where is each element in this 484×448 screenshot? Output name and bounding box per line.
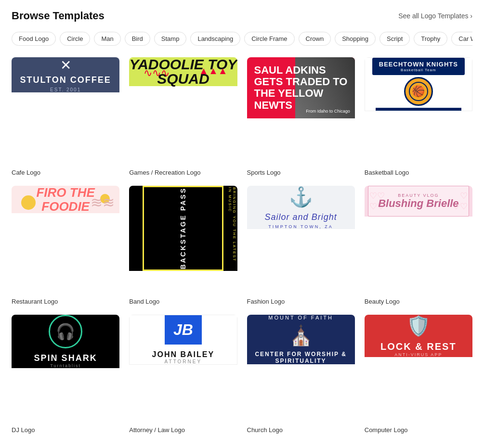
restaurant-name: FIRO THE FOODIE: [12, 186, 119, 213]
bball-bar: [376, 108, 461, 111]
template-item-beauty[interactable]: ♡♡ ♡ ♡♡ ♡♡ BEAUTY VLOG Blushing Brielle …: [365, 186, 472, 305]
filter-tag-car-wash[interactable]: Car Wash: [451, 32, 472, 46]
wavy-decoration: ∿∿∿: [144, 67, 170, 79]
ball-lines: 🏀: [412, 85, 425, 98]
template-item-band[interactable]: BACKSTAGE PASS BRINGING YOU THE LATEST I…: [129, 186, 237, 305]
shield-check-icon: 🛡️: [406, 315, 431, 337]
filter-bar: Food LogoCircleManBirdStampLandscapingCi…: [12, 32, 472, 46]
see-all-link[interactable]: See all Logo Templates ›: [398, 12, 472, 20]
template-label-beauty: Beauty Logo: [365, 298, 472, 305]
template-thumbnail-bball: BEECHTOWN KNIGHTS Basketball Team 🏀: [365, 57, 472, 165]
sports-caption: From Idaho to Chicago: [306, 109, 350, 114]
template-label-band: Band Logo: [129, 298, 237, 305]
anchor-icon: ⚓: [289, 186, 313, 208]
template-item-atty[interactable]: JB JOHN BAILEY ATTORNEY Attorney / Law L…: [129, 315, 237, 434]
cafe-name: STULTON COFFEE: [20, 75, 111, 85]
template-grid: ✕ STULTON COFFEE EST. 2001 Cafe Logo ∿∿∿…: [12, 57, 472, 434]
filter-tag-stamp[interactable]: Stamp: [154, 32, 187, 46]
template-label-atty: Attorney / Law Logo: [129, 426, 237, 434]
computer-logo-sub: ANTI-VIRUS APP: [394, 352, 442, 357]
filter-tag-food-logo[interactable]: Food Logo: [12, 32, 56, 46]
template-thumbnail-atty: JB JOHN BAILEY ATTORNEY: [129, 315, 237, 422]
heart-decoration-bl: ♡♡: [369, 201, 385, 212]
heart-decoration-tl: ♡♡: [369, 191, 385, 201]
attorney-initials-box: JB: [165, 315, 202, 345]
template-label-comp: Computer Logo: [365, 426, 472, 434]
template-thumbnail-fashion: ⚓ Sailor and Bright TIMPTON TOWN, ZA: [247, 186, 355, 294]
bball-team-name: BEECHTOWN KNIGHTS: [379, 61, 458, 68]
filter-tag-circle-frame[interactable]: Circle Frame: [244, 32, 294, 46]
computer-logo-name: LOCK & REST: [380, 341, 457, 352]
template-thumbnail-church: MOUNT OF FAITH ⛪ CENTER FOR WORSHIP & SP…: [247, 315, 355, 422]
beauty-name: Blushing Brielle: [378, 198, 458, 209]
template-thumbnail-beauty: ♡♡ ♡ ♡♡ ♡♡ BEAUTY VLOG Blushing Brielle: [365, 186, 472, 294]
template-thumbnail-rest: ≋≋ FIRO THE FOODIE: [12, 186, 119, 294]
filter-tag-man[interactable]: Man: [94, 32, 120, 46]
dj-name: SPIN SHARK: [34, 353, 97, 363]
band-name: BACKSTAGE PASS: [179, 187, 187, 269]
template-item-sports[interactable]: SAUL ADKINS GETS TRADED TO THE YELLOW NE…: [247, 57, 355, 176]
template-item-rest[interactable]: ≋≋ FIRO THE FOODIE Restaurant Logo: [12, 186, 119, 305]
template-thumbnail-sports: SAUL ADKINS GETS TRADED TO THE YELLOW NE…: [247, 57, 355, 165]
church-center-name: CENTER FOR WORSHIP & SPIRITUALITY: [247, 351, 355, 364]
template-label-dj: DJ Logo: [12, 426, 119, 434]
attorney-title: ATTORNEY: [165, 359, 202, 364]
template-thumbnail-cafe: ✕ STULTON COFFEE EST. 2001: [12, 57, 119, 165]
bball-subtitle: Basketball Team: [379, 68, 458, 72]
filter-tag-script[interactable]: Script: [379, 32, 410, 46]
filter-tag-circle[interactable]: Circle: [60, 32, 90, 46]
bball-team-header: BEECHTOWN KNIGHTS Basketball Team: [372, 58, 465, 75]
template-item-games[interactable]: ∿∿∿ YADOOLIE TOY SQUAD ▲▲▲ Games / Recre…: [129, 57, 237, 176]
dj-circle: 🎧: [49, 315, 82, 348]
fashion-name: Sailor and Bright: [265, 212, 337, 222]
band-frame: BACKSTAGE PASS BRINGING YOU THE LATEST I…: [143, 186, 223, 271]
template-thumbnail-dj: 🎧 SPIN SHARK Turntablist: [12, 315, 119, 422]
template-label-fashion: Fashion Logo: [247, 298, 355, 305]
basketball-inner: 🏀: [409, 82, 428, 101]
filter-tag-crown[interactable]: Crown: [299, 32, 331, 46]
attorney-name: JOHN BAILEY: [152, 350, 215, 359]
template-item-bball[interactable]: BEECHTOWN KNIGHTS Basketball Team 🏀 Bask…: [365, 57, 472, 176]
headphone-icon: 🎧: [56, 322, 75, 341]
band-side-text: BRINGING YOU THE LATEST IN MUSIC: [228, 187, 236, 269]
template-label-church: Church Logo: [247, 426, 355, 434]
heart-decoration-tr: ♡: [460, 191, 468, 201]
filter-tag-landscaping[interactable]: Landscaping: [190, 32, 240, 46]
template-item-cafe[interactable]: ✕ STULTON COFFEE EST. 2001 Cafe Logo: [12, 57, 119, 176]
template-item-church[interactable]: MOUNT OF FAITH ⛪ CENTER FOR WORSHIP & SP…: [247, 315, 355, 434]
cross-icon: ✕: [60, 57, 71, 73]
template-thumbnail-comp: 🛡️ LOCK & REST ANTI-VIRUS APP: [365, 315, 472, 422]
basketball-icon: 🏀: [404, 77, 433, 106]
church-name-top: MOUNT OF FAITH: [268, 315, 333, 320]
template-item-dj[interactable]: 🎧 SPIN SHARK Turntablist DJ Logo: [12, 315, 119, 434]
fashion-location: TIMPTON TOWN, ZA: [268, 224, 333, 229]
cafe-est: EST. 2001: [50, 87, 81, 92]
template-label-cafe: Cafe Logo: [12, 169, 119, 176]
template-label-sports: Sports Logo: [247, 169, 355, 176]
heart-decoration-br: ♡♡: [452, 201, 468, 212]
filter-tag-bird[interactable]: Bird: [125, 32, 150, 46]
template-label-games: Games / Recreation Logo: [129, 169, 237, 176]
filter-tag-trophy[interactable]: Trophy: [414, 32, 447, 46]
page-title: Browse Templates: [12, 10, 105, 22]
template-item-comp[interactable]: 🛡️ LOCK & REST ANTI-VIRUS APP Computer L…: [365, 315, 472, 434]
template-thumbnail-games: ∿∿∿ YADOOLIE TOY SQUAD ▲▲▲: [129, 57, 237, 165]
church-building-icon: ⛪: [289, 324, 313, 347]
dj-subtitle: Turntablist: [50, 363, 81, 368]
page-header: Browse Templates See all Logo Templates …: [12, 10, 472, 22]
arrows-decoration: ▲▲▲: [199, 65, 227, 77]
template-thumbnail-band: BACKSTAGE PASS BRINGING YOU THE LATEST I…: [129, 186, 237, 294]
template-item-fashion[interactable]: ⚓ Sailor and Bright TIMPTON TOWN, ZA Fas…: [247, 186, 355, 305]
filter-tag-shopping[interactable]: Shopping: [335, 32, 376, 46]
template-label-rest: Restaurant Logo: [12, 298, 119, 305]
template-label-bball: Basketball Logo: [365, 169, 472, 176]
